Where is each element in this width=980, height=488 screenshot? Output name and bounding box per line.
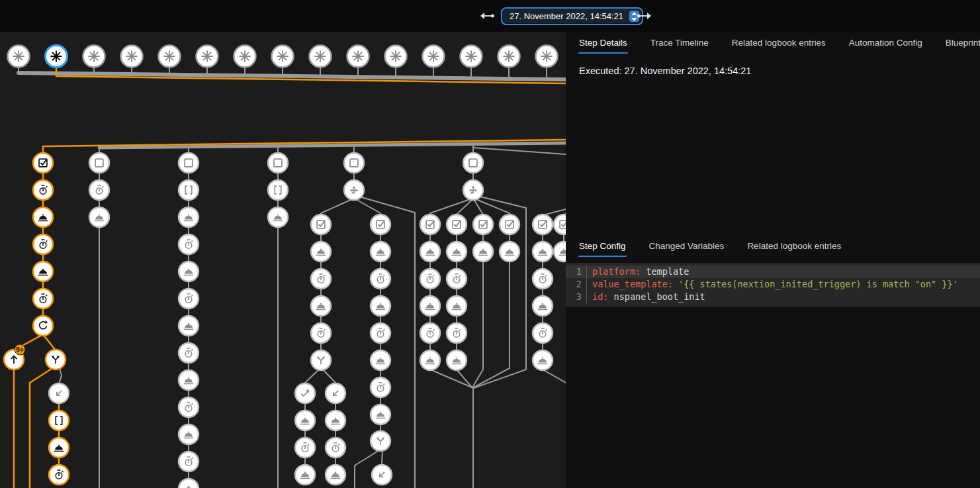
node-service-call[interactable] bbox=[420, 296, 440, 316]
node-delay[interactable] bbox=[447, 269, 467, 289]
node-trigger[interactable] bbox=[8, 46, 30, 68]
node-delay[interactable] bbox=[33, 234, 53, 254]
tab-trace-timeline[interactable]: Trace Timeline bbox=[650, 32, 709, 54]
node-sequence[interactable] bbox=[49, 411, 69, 430]
node-parallel[interactable] bbox=[46, 350, 66, 369]
node-trigger[interactable] bbox=[234, 46, 256, 68]
node-repeat[interactable] bbox=[33, 316, 53, 336]
node-condition[interactable] bbox=[33, 153, 53, 173]
node-parallel[interactable] bbox=[311, 350, 331, 370]
node-trigger[interactable] bbox=[536, 46, 558, 68]
node-service-call[interactable] bbox=[473, 242, 493, 262]
node-service-call[interactable] bbox=[311, 242, 331, 262]
node-choose[interactable] bbox=[344, 180, 364, 200]
node-service-call[interactable] bbox=[371, 242, 390, 262]
node-service-call[interactable] bbox=[371, 296, 390, 316]
tab-step-config[interactable]: Step Config bbox=[578, 235, 627, 258]
node-condition[interactable] bbox=[420, 215, 440, 234]
tab-step-details[interactable]: Step Details bbox=[578, 32, 628, 54]
node-delay[interactable] bbox=[447, 323, 467, 343]
node-trigger[interactable] bbox=[159, 46, 181, 68]
node-service-call[interactable] bbox=[420, 242, 440, 262]
node-arrow-bottom-left[interactable] bbox=[326, 383, 345, 403]
node-delay[interactable] bbox=[179, 452, 199, 471]
node-delay[interactable] bbox=[311, 269, 331, 289]
node-service-call[interactable] bbox=[447, 350, 467, 370]
node-service-call[interactable] bbox=[49, 438, 69, 458]
node-trigger[interactable] bbox=[83, 46, 105, 68]
node-service-call[interactable] bbox=[554, 242, 566, 262]
node-condition[interactable] bbox=[533, 215, 553, 234]
node-check-arrow[interactable] bbox=[295, 383, 315, 403]
node-arrow-bottom-left[interactable] bbox=[372, 465, 392, 485]
node-trigger[interactable] bbox=[347, 46, 369, 68]
node-delay[interactable] bbox=[33, 180, 53, 200]
node-service-call[interactable] bbox=[533, 296, 553, 316]
node-delay[interactable] bbox=[49, 465, 69, 485]
node-delay[interactable] bbox=[295, 438, 315, 458]
node-delay[interactable] bbox=[420, 323, 440, 343]
node-service-call[interactable] bbox=[371, 405, 390, 424]
node-trigger[interactable] bbox=[423, 46, 445, 68]
tab-related-logbook-entries[interactable]: Related logbook entries bbox=[731, 32, 826, 54]
trace-date-select[interactable]: 27. November 2022, 14:54:21 bbox=[501, 7, 643, 25]
node-delay[interactable] bbox=[533, 269, 553, 289]
node-service-call[interactable] bbox=[326, 411, 345, 430]
tab-related-logbook-entries[interactable]: Related logbook entries bbox=[746, 235, 842, 258]
node-service-call[interactable] bbox=[447, 242, 467, 262]
node-service-call[interactable] bbox=[179, 370, 199, 390]
node-service-call[interactable] bbox=[89, 207, 109, 227]
node-service-call[interactable] bbox=[447, 296, 467, 316]
node-service-call[interactable] bbox=[33, 262, 53, 281]
node-service-call[interactable] bbox=[311, 296, 331, 316]
node-condition[interactable] bbox=[447, 215, 467, 234]
node-delay[interactable] bbox=[179, 234, 199, 254]
node-service-call[interactable] bbox=[295, 411, 315, 430]
node-delay[interactable] bbox=[89, 180, 109, 200]
node-choose[interactable] bbox=[463, 180, 483, 200]
node-delay[interactable] bbox=[311, 323, 331, 343]
node-trigger[interactable] bbox=[498, 46, 520, 68]
node-service-call[interactable] bbox=[179, 316, 199, 336]
node-condition[interactable] bbox=[473, 215, 493, 234]
node-service-call[interactable] bbox=[533, 242, 553, 262]
node-delay[interactable] bbox=[33, 289, 53, 309]
node-trigger[interactable] bbox=[46, 46, 67, 68]
node-service-call[interactable] bbox=[326, 465, 345, 485]
node-trigger[interactable] bbox=[197, 46, 218, 68]
node-condition[interactable] bbox=[371, 215, 390, 234]
node-service-call[interactable] bbox=[533, 350, 553, 370]
node-delay[interactable] bbox=[420, 269, 440, 289]
node-service-call[interactable] bbox=[500, 242, 519, 262]
node-service-call[interactable] bbox=[179, 424, 199, 444]
node-trigger[interactable] bbox=[121, 46, 143, 68]
node-trigger[interactable] bbox=[272, 46, 294, 68]
node-delay[interactable] bbox=[371, 377, 390, 397]
tab-blueprint-config[interactable]: Blueprint Config bbox=[945, 32, 980, 54]
node-trigger[interactable] bbox=[461, 46, 482, 68]
node-delay[interactable] bbox=[326, 438, 345, 458]
previous-trace-button[interactable] bbox=[478, 9, 496, 23]
node-step[interactable] bbox=[344, 153, 364, 173]
node-arrow-bottom-left[interactable] bbox=[49, 383, 69, 403]
node-service-call[interactable] bbox=[179, 479, 199, 488]
node-trigger[interactable] bbox=[310, 46, 332, 68]
next-trace-button[interactable] bbox=[636, 9, 653, 23]
node-service-call[interactable] bbox=[179, 262, 199, 281]
node-service-call[interactable] bbox=[420, 350, 440, 370]
node-sequence[interactable] bbox=[268, 180, 288, 200]
node-condition[interactable] bbox=[554, 215, 566, 234]
node-condition[interactable] bbox=[500, 215, 519, 234]
node-delay[interactable] bbox=[533, 323, 553, 343]
node-delay[interactable] bbox=[179, 343, 199, 363]
tab-automation-config[interactable]: Automation Config bbox=[848, 32, 923, 54]
node-service-call[interactable] bbox=[33, 207, 53, 227]
node-delay[interactable] bbox=[371, 269, 390, 289]
node-step[interactable] bbox=[89, 153, 109, 173]
node-delay[interactable] bbox=[179, 397, 199, 417]
node-delay[interactable] bbox=[179, 289, 199, 309]
tab-changed-variables[interactable]: Changed Variables bbox=[648, 235, 725, 258]
node-service-call[interactable] bbox=[268, 207, 288, 227]
node-delay[interactable] bbox=[371, 323, 390, 343]
node-step[interactable] bbox=[179, 153, 199, 173]
